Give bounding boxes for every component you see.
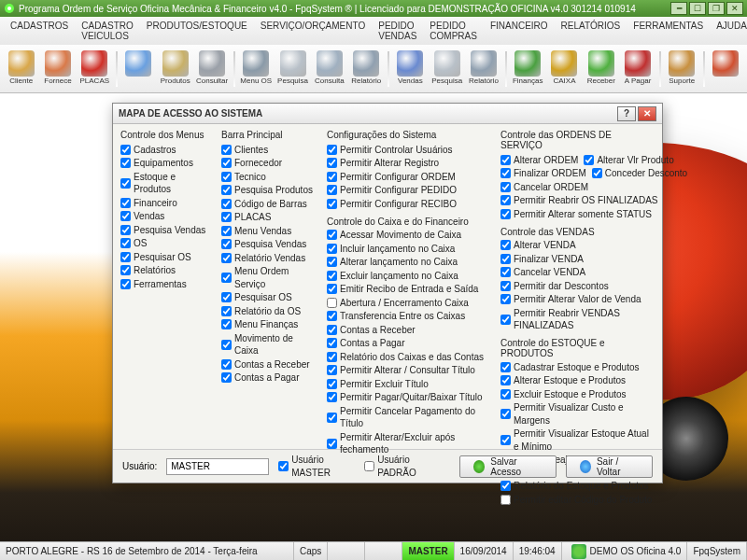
perm-finalizar-ordem[interactable]: Finalizar ORDEM bbox=[500, 167, 586, 181]
perm-permitir-cancelar-pagamento-do[interactable]: Permitir Cancelar Pagamento do Título bbox=[327, 404, 493, 430]
menu-financeiro[interactable]: FINANCEIRO bbox=[484, 19, 555, 43]
perm-cadastros[interactable]: Cadastros bbox=[120, 143, 214, 157]
toolbar-produtos[interactable]: Produtos bbox=[158, 48, 192, 91]
perm-alterar-estoque-e-produtos[interactable]: Alterar Estoque e Produtos bbox=[500, 374, 655, 388]
perm-permitir-reabrir-vendas-finali[interactable]: Permitir Reabrir VENDAS FINALIZADAS bbox=[500, 306, 655, 332]
toolbar-relat-rio[interactable]: Relatório bbox=[466, 48, 500, 91]
perm-menu-vendas[interactable]: Menu Vendas bbox=[221, 224, 319, 238]
perm-acessar-movimento-de-caixa[interactable]: Acessar Movimento de Caixa bbox=[327, 229, 493, 243]
toolbar-pesquisa[interactable]: Pesquisa bbox=[275, 48, 310, 91]
toolbar-vendas[interactable]: Vendas bbox=[393, 48, 428, 91]
maximize-button[interactable]: ☐ bbox=[689, 2, 706, 15]
perm-permitir-visualizar-custo-e-ma[interactable]: Permitir Visualizar Custo e Margens bbox=[500, 401, 655, 427]
menu-produtos-estoque[interactable]: PRODUTOS/ESTOQUE bbox=[140, 19, 254, 43]
perm-pesquisar-os[interactable]: Pesquisar OS bbox=[221, 291, 319, 305]
perm-relat-rio-do-estoque-e-produto[interactable]: Relatório do Estoque e Produtos bbox=[500, 480, 655, 494]
perm-pesquisar-os[interactable]: Pesquisar OS bbox=[120, 250, 214, 264]
perm-c-digo-de-barras[interactable]: Código de Barras bbox=[221, 197, 319, 211]
menu-pedido-vendas[interactable]: PEDIDO VENDAS bbox=[372, 19, 423, 43]
perm-clientes[interactable]: Clientes bbox=[221, 143, 319, 157]
perm-vendas[interactable]: Vendas bbox=[120, 210, 214, 224]
perm-relat-rio-vendas[interactable]: Relatório Vendas bbox=[221, 251, 319, 265]
perm-permitir-visualizar-estoque-at[interactable]: Permitir Visualizar Estoque Atual e Míni… bbox=[500, 427, 655, 454]
perm-placas[interactable]: PLACAS bbox=[221, 211, 319, 225]
toolbar-finan-as[interactable]: Finanças bbox=[511, 48, 545, 91]
perm-relat-rio-dos-caixas-e-das-con[interactable]: Relatório dos Caixas e das Contas bbox=[327, 350, 493, 364]
perm-cadastrar-estoque-e-produtos[interactable]: Cadastrar Estoque e Produtos bbox=[500, 360, 655, 374]
toolbar-consultar[interactable]: Consultar bbox=[194, 48, 229, 91]
perm-incluir-lan-amento-no-caixa[interactable]: Incluir lançamento no Caixa bbox=[327, 242, 493, 256]
menu-relat-rios[interactable]: RELATÓRIOS bbox=[555, 19, 627, 43]
perm-tecnico[interactable]: Tecnico bbox=[221, 170, 319, 184]
perm-permitir-configurar-ordem[interactable]: Permitir Configurar ORDEM bbox=[327, 170, 493, 184]
toolbar-btn-[interactable] bbox=[121, 48, 156, 91]
menu-pedido-compras[interactable]: PEDIDO COMPRAS bbox=[423, 19, 484, 43]
perm-transferencia-entre-os-caixas[interactable]: Transferencia Entre os Caixas bbox=[327, 310, 493, 324]
perm-cancelar-venda[interactable]: Cancelar VENDA bbox=[500, 266, 655, 280]
perm-equipamentos[interactable]: Equipamentos bbox=[120, 157, 214, 171]
perm-permitir-alterar-valor-de-vend[interactable]: Permitir Alterar Valor de Venda bbox=[500, 293, 655, 307]
perm-excluir-estoque-e-produtos[interactable]: Excluir Estoque e Produtos bbox=[500, 387, 655, 401]
perm-relat-rio-da-os[interactable]: Relatório da OS bbox=[221, 304, 319, 318]
toolbar-menu-os[interactable]: Menu OS bbox=[239, 48, 274, 91]
toolbar-consulta[interactable]: Consulta bbox=[312, 48, 346, 91]
perm-contas-a-pagar[interactable]: Contas a Pagar bbox=[327, 337, 493, 351]
exit-button[interactable]: Sair / Voltar bbox=[566, 455, 653, 478]
menu-cadastro-veiculos[interactable]: CADASTRO VEICULOS bbox=[75, 19, 140, 43]
perm-fornecedor[interactable]: Fornecedor bbox=[221, 157, 319, 171]
perm-permitir-pagar-quitar-baixar-t[interactable]: Permitir Pagar/Quitar/Baixar Título bbox=[327, 391, 493, 405]
menu-ajuda[interactable]: AJUDA bbox=[710, 19, 747, 43]
perm-ferramentas[interactable]: Ferramentas bbox=[120, 277, 214, 291]
toolbar-placas[interactable]: PLACAS bbox=[78, 48, 112, 91]
perm-finalizar-venda[interactable]: Finalizar VENDA bbox=[500, 252, 655, 266]
toolbar-a-pagar[interactable]: A Pagar bbox=[620, 48, 655, 91]
perm-permitir-excluir-t-tulo[interactable]: Permitir Excluir Título bbox=[327, 377, 493, 391]
menu-ferramentas[interactable]: FERRAMENTAS bbox=[627, 19, 710, 43]
perm-permitir-alterar-registro[interactable]: Permitir Alterar Registro bbox=[327, 157, 493, 171]
perm-permitir-editar-c-digo-do-prod[interactable]: Permitir editar Código do Produto bbox=[500, 493, 655, 507]
perm-permitir-reabrir-os-finalizada[interactable]: Permitir Reabrir OS FINALIZADAS bbox=[500, 194, 657, 208]
perm-contas-a-pagar[interactable]: Contas a Pagar bbox=[221, 371, 319, 385]
toolbar-suporte[interactable]: Suporte bbox=[665, 48, 699, 91]
perm-financeiro[interactable]: Financeiro bbox=[120, 196, 214, 210]
perm-permitir-configurar-recibo[interactable]: Permitir Configurar RECIBO bbox=[327, 197, 493, 211]
save-access-button[interactable]: Salvar Acesso bbox=[459, 455, 557, 478]
perm-permitir-configurar-pedido[interactable]: Permitir Configurar PEDIDO bbox=[327, 184, 493, 198]
toolbar-btn-[interactable] bbox=[709, 48, 743, 91]
padrao-checkbox[interactable]: Usuário PADRÃO bbox=[364, 454, 441, 480]
perm-menu-ordem-servi-o[interactable]: Menu Ordem Serviço bbox=[221, 265, 319, 291]
toolbar-relat-rio[interactable]: Relatório bbox=[349, 48, 384, 91]
perm-contas-a-receber[interactable]: Contas a Receber bbox=[327, 323, 493, 337]
perm-alterar-vlr-produto[interactable]: Alterar Vlr Produto bbox=[584, 153, 673, 167]
toolbar-fornece[interactable]: Fornece bbox=[40, 48, 75, 91]
toolbar-caixa[interactable]: CAIXA bbox=[547, 48, 582, 91]
perm-emitir-recibo-de-entrada-e-sa-[interactable]: Emitir Recibo de Entrada e Saída bbox=[327, 283, 493, 297]
master-checkbox[interactable]: Usuário MASTER bbox=[278, 454, 355, 480]
close-button[interactable]: ✕ bbox=[726, 2, 743, 15]
perm-pesquisa-produtos[interactable]: Pesquisa Produtos bbox=[221, 184, 319, 198]
perm-permitir-dar-descontos[interactable]: Permitir dar Descontos bbox=[500, 279, 655, 293]
perm-permitir-controlar-usu-rios[interactable]: Permitir Controlar Usuários bbox=[327, 143, 493, 157]
perm-abertura-encerramento-caixa[interactable]: Abertura / Encerramento Caixa bbox=[327, 296, 493, 310]
perm-relat-rios[interactable]: Relatórios bbox=[120, 264, 214, 278]
perm-os[interactable]: OS bbox=[120, 237, 214, 251]
perm-estoque-e-produtos[interactable]: Estoque e Produtos bbox=[120, 170, 214, 196]
perm-alterar-venda[interactable]: Alterar VENDA bbox=[500, 239, 655, 253]
toolbar-pesquisa[interactable]: Pesquisa bbox=[430, 48, 464, 91]
perm-permitir-alterar-somente-statu[interactable]: Permitir Alterar somente STATUS bbox=[500, 207, 652, 221]
perm-alterar-ordem[interactable]: Alterar ORDEM bbox=[500, 153, 578, 167]
perm-movimento-de-caixa[interactable]: Movimento de Caixa bbox=[221, 331, 319, 357]
perm-alterar-lan-amento-no-caixa[interactable]: Alterar lançamento no Caixa bbox=[327, 256, 493, 270]
toolbar-receber[interactable]: Receber bbox=[584, 48, 618, 91]
perm-menu-finan-as[interactable]: Menu Finanças bbox=[221, 318, 319, 332]
menu-servi-o-or-amento[interactable]: SERVIÇO/ORÇAMENTO bbox=[254, 19, 372, 43]
minimize-button[interactable]: ━ bbox=[670, 2, 687, 15]
perm-pesquisa-vendas[interactable]: Pesquisa Vendas bbox=[221, 238, 319, 252]
perm-pesquisa-vendas[interactable]: Pesquisa Vendas bbox=[120, 223, 214, 237]
perm-conceder-desconto[interactable]: Conceder Desconto bbox=[592, 167, 687, 181]
user-input[interactable] bbox=[166, 458, 269, 475]
menu-cadastros[interactable]: CADASTROS bbox=[4, 19, 75, 43]
dialog-help-button[interactable]: ? bbox=[617, 106, 636, 121]
toolbar-cliente[interactable]: Cliente bbox=[4, 48, 38, 91]
perm-permitir-alterar-consultar-t-t[interactable]: Permitir Alterar / Consultar Título bbox=[327, 364, 493, 378]
